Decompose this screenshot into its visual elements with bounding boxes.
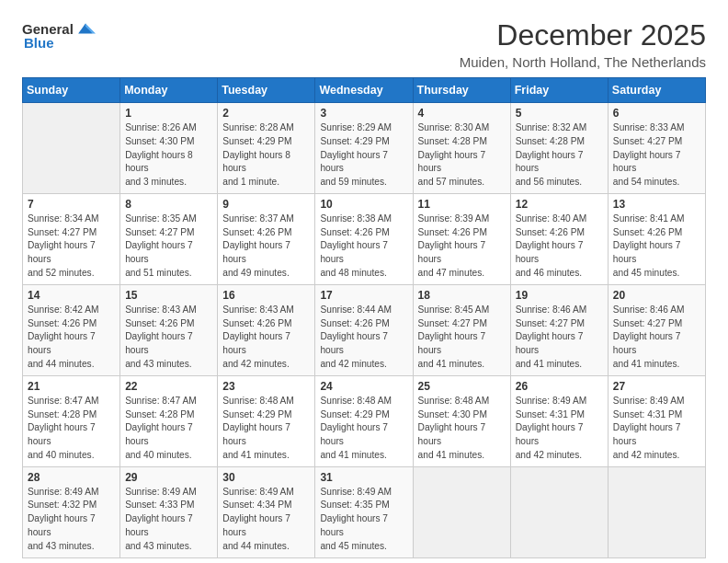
- day-number: 14: [28, 289, 115, 302]
- cell-info: Sunrise: 8:49 AMSunset: 4:32 PMDaylight …: [28, 486, 115, 554]
- day-number: 29: [125, 471, 212, 484]
- calendar-cell: 22Sunrise: 8:47 AMSunset: 4:28 PMDayligh…: [120, 375, 218, 466]
- logo-blue: Blue: [24, 35, 54, 51]
- calendar-cell: 23Sunrise: 8:48 AMSunset: 4:29 PMDayligh…: [218, 375, 315, 466]
- calendar-cell: 18Sunrise: 8:45 AMSunset: 4:27 PMDayligh…: [413, 284, 510, 375]
- calendar-table: SundayMondayTuesdayWednesdayThursdayFrid…: [22, 77, 706, 558]
- cell-info: Sunrise: 8:39 AMSunset: 4:26 PMDaylight …: [418, 213, 506, 281]
- calendar-cell: 16Sunrise: 8:43 AMSunset: 4:26 PMDayligh…: [218, 284, 315, 375]
- day-number: 9: [222, 198, 310, 211]
- day-number: 25: [418, 380, 506, 393]
- calendar-cell: 20Sunrise: 8:46 AMSunset: 4:27 PMDayligh…: [608, 284, 705, 375]
- calendar-cell: 3Sunrise: 8:29 AMSunset: 4:29 PMDaylight…: [315, 103, 413, 194]
- calendar-cell: 5Sunrise: 8:32 AMSunset: 4:28 PMDaylight…: [510, 103, 608, 194]
- week-row-5: 28Sunrise: 8:49 AMSunset: 4:32 PMDayligh…: [23, 466, 706, 557]
- calendar-cell: 4Sunrise: 8:30 AMSunset: 4:28 PMDaylight…: [413, 103, 510, 194]
- calendar-cell: 14Sunrise: 8:42 AMSunset: 4:26 PMDayligh…: [23, 284, 120, 375]
- calendar-cell: 13Sunrise: 8:41 AMSunset: 4:26 PMDayligh…: [608, 193, 705, 284]
- day-number: 31: [320, 471, 407, 484]
- day-number: 17: [320, 289, 407, 302]
- cell-info: Sunrise: 8:45 AMSunset: 4:27 PMDaylight …: [418, 304, 506, 372]
- day-number: 20: [613, 289, 700, 302]
- calendar-cell: 12Sunrise: 8:40 AMSunset: 4:26 PMDayligh…: [510, 193, 608, 284]
- col-header-thursday: Thursday: [413, 78, 510, 103]
- col-header-wednesday: Wednesday: [315, 78, 413, 103]
- calendar-cell: 17Sunrise: 8:44 AMSunset: 4:26 PMDayligh…: [315, 284, 413, 375]
- cell-info: Sunrise: 8:48 AMSunset: 4:29 PMDaylight …: [222, 395, 310, 463]
- logo: General Blue: [22, 18, 96, 51]
- day-number: 5: [516, 107, 603, 120]
- day-number: 16: [222, 289, 310, 302]
- page-header: General Blue December 2025 Muiden, North…: [22, 18, 706, 70]
- logo-general: General: [22, 21, 74, 37]
- day-number: 26: [516, 380, 603, 393]
- calendar-cell: 9Sunrise: 8:37 AMSunset: 4:26 PMDaylight…: [218, 193, 315, 284]
- calendar-cell: 31Sunrise: 8:49 AMSunset: 4:35 PMDayligh…: [315, 466, 413, 557]
- calendar-cell: [23, 103, 120, 194]
- day-number: 19: [516, 289, 603, 302]
- day-number: 22: [125, 380, 212, 393]
- col-header-monday: Monday: [120, 78, 218, 103]
- cell-info: Sunrise: 8:46 AMSunset: 4:27 PMDaylight …: [613, 304, 700, 372]
- location-title: Muiden, North Holland, The Netherlands: [460, 54, 706, 70]
- cell-info: Sunrise: 8:33 AMSunset: 4:27 PMDaylight …: [613, 121, 700, 190]
- calendar-cell: 10Sunrise: 8:38 AMSunset: 4:26 PMDayligh…: [315, 193, 413, 284]
- cell-info: Sunrise: 8:49 AMSunset: 4:33 PMDaylight …: [125, 486, 212, 554]
- cell-info: Sunrise: 8:49 AMSunset: 4:31 PMDaylight …: [516, 395, 603, 463]
- cell-info: Sunrise: 8:40 AMSunset: 4:26 PMDaylight …: [516, 213, 603, 281]
- col-header-saturday: Saturday: [608, 78, 705, 103]
- day-number: 13: [613, 198, 700, 211]
- calendar-cell: 19Sunrise: 8:46 AMSunset: 4:27 PMDayligh…: [510, 284, 608, 375]
- calendar-cell: [413, 466, 510, 557]
- cell-info: Sunrise: 8:46 AMSunset: 4:27 PMDaylight …: [516, 304, 603, 372]
- calendar-cell: 15Sunrise: 8:43 AMSunset: 4:26 PMDayligh…: [120, 284, 218, 375]
- week-row-4: 21Sunrise: 8:47 AMSunset: 4:28 PMDayligh…: [23, 375, 706, 466]
- col-header-friday: Friday: [510, 78, 608, 103]
- cell-info: Sunrise: 8:48 AMSunset: 4:29 PMDaylight …: [320, 395, 407, 463]
- cell-info: Sunrise: 8:41 AMSunset: 4:26 PMDaylight …: [613, 213, 700, 281]
- cell-info: Sunrise: 8:47 AMSunset: 4:28 PMDaylight …: [125, 395, 212, 463]
- calendar-cell: 25Sunrise: 8:48 AMSunset: 4:30 PMDayligh…: [413, 375, 510, 466]
- day-number: 18: [418, 289, 506, 302]
- cell-info: Sunrise: 8:37 AMSunset: 4:26 PMDaylight …: [222, 213, 310, 281]
- month-title: December 2025: [460, 18, 706, 52]
- day-number: 4: [418, 107, 506, 120]
- day-number: 24: [320, 380, 407, 393]
- cell-info: Sunrise: 8:44 AMSunset: 4:26 PMDaylight …: [320, 304, 407, 372]
- calendar-cell: 6Sunrise: 8:33 AMSunset: 4:27 PMDaylight…: [608, 103, 705, 194]
- day-number: 23: [222, 380, 310, 393]
- day-number: 7: [28, 198, 115, 211]
- cell-info: Sunrise: 8:29 AMSunset: 4:29 PMDaylight …: [320, 121, 407, 190]
- col-header-tuesday: Tuesday: [218, 78, 315, 103]
- cell-info: Sunrise: 8:49 AMSunset: 4:35 PMDaylight …: [320, 486, 407, 554]
- cell-info: Sunrise: 8:49 AMSunset: 4:34 PMDaylight …: [222, 486, 310, 554]
- cell-info: Sunrise: 8:32 AMSunset: 4:28 PMDaylight …: [516, 121, 603, 190]
- day-number: 30: [222, 471, 310, 484]
- day-number: 10: [320, 198, 407, 211]
- cell-info: Sunrise: 8:26 AMSunset: 4:30 PMDaylight …: [125, 121, 212, 190]
- day-number: 28: [28, 471, 115, 484]
- cell-info: Sunrise: 8:48 AMSunset: 4:30 PMDaylight …: [418, 395, 506, 463]
- calendar-cell: [608, 466, 705, 557]
- day-number: 6: [613, 107, 700, 120]
- title-block: December 2025 Muiden, North Holland, The…: [460, 18, 706, 70]
- day-number: 2: [222, 107, 310, 120]
- day-number: 27: [613, 380, 700, 393]
- day-number: 11: [418, 198, 506, 211]
- calendar-cell: 2Sunrise: 8:28 AMSunset: 4:29 PMDaylight…: [218, 103, 315, 194]
- day-number: 1: [125, 107, 212, 120]
- cell-info: Sunrise: 8:35 AMSunset: 4:27 PMDaylight …: [125, 213, 212, 281]
- cell-info: Sunrise: 8:42 AMSunset: 4:26 PMDaylight …: [28, 304, 115, 372]
- cell-info: Sunrise: 8:43 AMSunset: 4:26 PMDaylight …: [125, 304, 212, 372]
- calendar-header-row: SundayMondayTuesdayWednesdayThursdayFrid…: [23, 78, 706, 103]
- day-number: 8: [125, 198, 212, 211]
- calendar-cell: 11Sunrise: 8:39 AMSunset: 4:26 PMDayligh…: [413, 193, 510, 284]
- calendar-cell: 29Sunrise: 8:49 AMSunset: 4:33 PMDayligh…: [120, 466, 218, 557]
- day-number: 3: [320, 107, 407, 120]
- calendar-cell: 28Sunrise: 8:49 AMSunset: 4:32 PMDayligh…: [23, 466, 120, 557]
- logo-icon: [75, 18, 96, 39]
- day-number: 15: [125, 289, 212, 302]
- cell-info: Sunrise: 8:49 AMSunset: 4:31 PMDaylight …: [613, 395, 700, 463]
- calendar-cell: 1Sunrise: 8:26 AMSunset: 4:30 PMDaylight…: [120, 103, 218, 194]
- calendar-cell: 8Sunrise: 8:35 AMSunset: 4:27 PMDaylight…: [120, 193, 218, 284]
